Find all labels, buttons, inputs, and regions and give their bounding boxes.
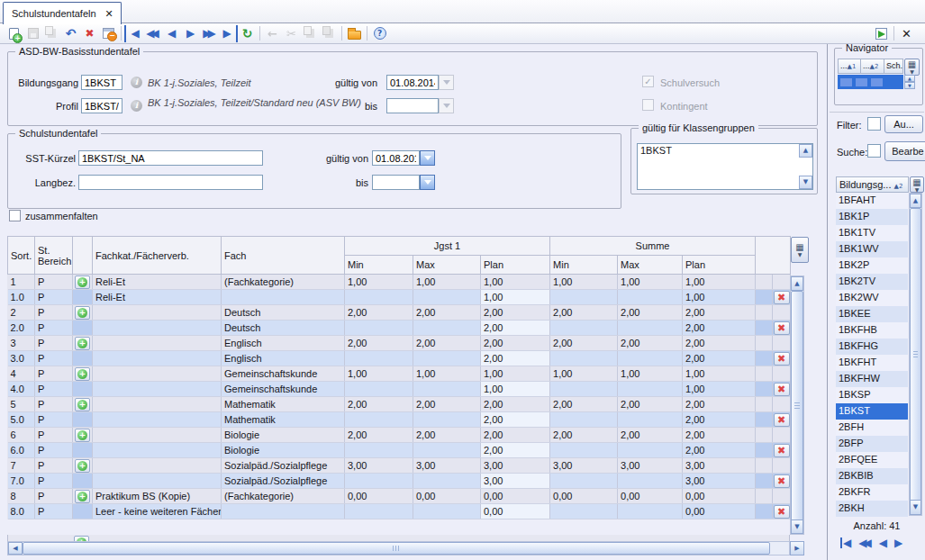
cell-filler[interactable] xyxy=(756,489,773,504)
cell-fach[interactable]: Biologie xyxy=(222,443,345,458)
cell-expand[interactable]: + xyxy=(73,489,93,504)
cell-filler[interactable] xyxy=(756,290,773,305)
cell-jgst-min[interactable]: 3,00 xyxy=(345,458,413,474)
bildungsgang-list-item[interactable]: 1BKFHT xyxy=(836,355,908,371)
bildungsgang-list-item[interactable]: 1BK2TV xyxy=(836,274,908,290)
delete-row-button[interactable]: ✖ xyxy=(774,505,790,519)
cell-jgst-min[interactable] xyxy=(345,351,413,366)
cell-jgst-max[interactable]: 1,00 xyxy=(413,366,481,382)
cell-fachkat[interactable]: Leer - keine weiteren Fächer xyxy=(93,504,222,519)
filter-auswahl-button[interactable]: Au... xyxy=(884,115,923,133)
cell-jgst-max[interactable]: 2,00 xyxy=(413,336,481,351)
cell-st-bereich[interactable]: P xyxy=(35,321,73,336)
schulversuch-checkbox[interactable] xyxy=(642,76,654,87)
cell-expand[interactable] xyxy=(73,321,93,336)
cell-st-bereich[interactable]: P xyxy=(35,443,73,458)
zusammenfalten-checkbox[interactable] xyxy=(9,210,21,221)
klassengruppen-list[interactable]: 1BKST ▲ ▼ xyxy=(637,143,813,190)
cell-filler[interactable] xyxy=(756,428,773,443)
cell-summe-min[interactable]: 2,00 xyxy=(550,336,618,351)
bildungsgang-list-item[interactable]: 2BKFR xyxy=(836,484,908,501)
cell-jgst-plan[interactable]: 2,00 xyxy=(481,336,550,351)
cell-jgst-plan[interactable]: 0,00 xyxy=(481,489,550,504)
cell-expand[interactable] xyxy=(73,443,93,458)
cell-fach[interactable]: Mathematik xyxy=(222,397,345,412)
cell-expand[interactable]: + xyxy=(73,458,93,474)
cell-expand[interactable]: + xyxy=(73,428,93,443)
cell-fachkat[interactable]: Praktikum BS (Kopie) xyxy=(93,489,222,504)
cell-sort[interactable]: 5 xyxy=(8,397,35,412)
cell-filler[interactable] xyxy=(756,351,773,366)
cell-summe-max[interactable] xyxy=(618,443,683,458)
add-row-button[interactable]: + xyxy=(75,429,90,442)
cell-expand[interactable] xyxy=(73,382,93,397)
cell-delete[interactable]: ✖ xyxy=(773,412,791,428)
basis-bis-dropdown[interactable] xyxy=(439,98,454,113)
bildungsgang-list-item[interactable]: 2BKH xyxy=(836,501,908,517)
bildungsgang-field[interactable] xyxy=(81,75,122,90)
refresh-button[interactable]: ↻ xyxy=(238,25,257,42)
list-settings-button[interactable]: ▦▼ xyxy=(910,176,924,193)
bildungsgang-list-item[interactable]: 1BKFHG xyxy=(836,339,908,355)
cell-filler[interactable] xyxy=(756,305,773,321)
cell-jgst-max[interactable]: 2,00 xyxy=(413,305,481,321)
scroll-down-button[interactable]: ▼ xyxy=(910,500,921,515)
cell-filler[interactable] xyxy=(756,412,773,428)
cell-delete[interactable]: ✖ xyxy=(773,504,791,519)
cell-filler[interactable] xyxy=(756,382,773,397)
cell-fach[interactable]: (Fachkategorie) xyxy=(222,489,345,504)
cell-summe-plan[interactable]: 2,00 xyxy=(683,428,756,443)
sst-gueltig-von-dropdown[interactable] xyxy=(420,150,435,166)
cell-jgst-min[interactable] xyxy=(345,412,413,428)
cell-jgst-min[interactable] xyxy=(345,382,413,397)
cell-delete[interactable] xyxy=(773,275,791,290)
cell-expand[interactable] xyxy=(73,474,93,489)
cell-st-bereich[interactable]: P xyxy=(35,305,73,321)
table-vertical-scrollbar[interactable]: ▲ ▼ xyxy=(790,275,804,535)
cell-summe-plan[interactable]: 2,00 xyxy=(683,336,756,351)
cell-jgst-plan[interactable]: 1,00 xyxy=(481,275,550,290)
cell-st-bereich[interactable]: P xyxy=(35,397,73,412)
cell-sort[interactable]: 2.0 xyxy=(8,321,35,336)
cell-summe-max[interactable] xyxy=(618,382,683,397)
suche-bearbeiten-button[interactable]: Bearbe xyxy=(884,141,925,161)
delete-row-button[interactable]: ✖ xyxy=(774,352,790,366)
cell-summe-min[interactable]: 3,00 xyxy=(550,458,618,474)
cell-st-bereich[interactable]: P xyxy=(35,382,73,397)
cell-jgst-max[interactable] xyxy=(413,474,481,489)
table-horizontal-scrollbar[interactable]: ◀ xyxy=(7,541,790,555)
cell-summe-max[interactable]: 2,00 xyxy=(618,305,683,321)
cell-filler[interactable] xyxy=(756,321,773,336)
bildungsgang-list-item[interactable]: 1BKFHW xyxy=(836,371,908,387)
cell-jgst-plan[interactable]: 3,00 xyxy=(481,458,550,474)
cell-fach[interactable]: Deutsch xyxy=(222,305,345,321)
navigator-mini-scrollbar[interactable]: ▲ ▼ xyxy=(904,75,915,89)
cell-fachkat[interactable]: Reli-Et xyxy=(93,275,222,290)
cell-sort[interactable]: 1.0 xyxy=(8,290,35,305)
cell-jgst-max[interactable]: 1,00 xyxy=(413,275,481,290)
bildungsgang-list-item[interactable]: 2BFQEE xyxy=(836,452,908,468)
bildungsgang-list-item[interactable]: 1BKEE xyxy=(836,306,908,322)
cell-st-bereich[interactable]: P xyxy=(35,366,73,382)
bildungsgang-list-item[interactable]: 2BFH xyxy=(836,420,908,436)
help-button[interactable]: ? xyxy=(370,25,389,42)
bildungsgang-list-header[interactable]: Bildungsg... ▲2 xyxy=(836,176,909,193)
cell-summe-plan[interactable]: 2,00 xyxy=(683,321,756,336)
scroll-down-button[interactable]: ▼ xyxy=(904,82,915,89)
cell-delete[interactable] xyxy=(773,336,791,351)
cell-summe-min[interactable] xyxy=(550,290,618,305)
scroll-up-button[interactable]: ▲ xyxy=(799,144,812,158)
cell-summe-plan[interactable]: 0,00 xyxy=(683,489,756,504)
cell-jgst-plan[interactable]: 2,00 xyxy=(481,397,550,412)
cell-jgst-plan[interactable]: 3,00 xyxy=(481,474,550,489)
cell-st-bereich[interactable]: P xyxy=(35,428,73,443)
cell-jgst-min[interactable] xyxy=(345,290,413,305)
cell-jgst-plan[interactable]: 2,00 xyxy=(481,351,550,366)
cell-expand[interactable]: + xyxy=(73,275,93,290)
open-folder-button[interactable] xyxy=(345,25,364,42)
cell-summe-plan[interactable]: 3,00 xyxy=(683,458,756,474)
bildungsgang-list-item[interactable]: 1BK1TV xyxy=(836,225,908,241)
cell-sort[interactable]: 6.0 xyxy=(8,443,35,458)
cell-summe-min[interactable] xyxy=(550,351,618,366)
cell-fachkat[interactable] xyxy=(93,397,222,412)
